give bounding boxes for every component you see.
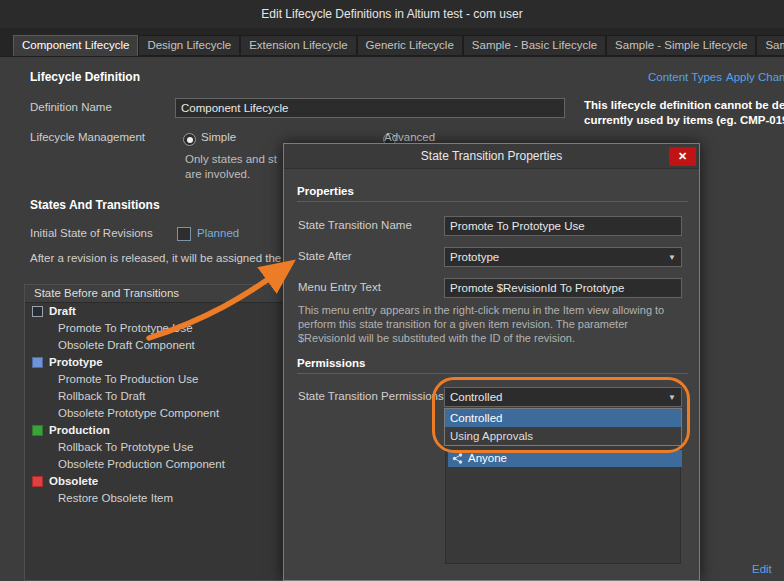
menu-entry-help: This menu entry appears in the right-cli…	[298, 303, 684, 345]
dialog-title: State Transition Properties	[284, 144, 699, 169]
state-after-label: State After	[298, 250, 352, 262]
production-color-swatch	[32, 425, 43, 436]
states-and-transitions-heading: States And Transitions	[30, 198, 160, 212]
planned-label: Planned	[197, 227, 239, 239]
transition-row-obsolete-prototype-component[interactable]: Obsolete Prototype Component	[25, 405, 283, 422]
tab-extension-lifecycle[interactable]: Extension Lifecycle	[240, 35, 356, 56]
window-title: Edit Lifecycle Definitions in Altium tes…	[0, 0, 784, 28]
properties-section-header: Properties	[297, 185, 688, 202]
partial-edit-link[interactable]: Edit	[752, 563, 772, 575]
tab-generic-lifecycle[interactable]: Generic Lifecycle	[357, 35, 463, 56]
state-name: Prototype	[49, 354, 103, 371]
state-row-production[interactable]: Production	[25, 422, 283, 439]
prototype-color-swatch	[32, 357, 43, 368]
tab-design-lifecycle[interactable]: Design Lifecycle	[138, 35, 240, 56]
chevron-down-icon: ▼	[668, 393, 676, 402]
state-row-obsolete[interactable]: Obsolete	[25, 473, 283, 490]
anyone-label: Anyone	[468, 450, 507, 467]
menu-entry-text-label: Menu Entry Text	[298, 281, 381, 293]
management-help-line1: Only states and st	[185, 153, 277, 165]
state-transition-properties-dialog: State Transition Properties ✕ Properties…	[283, 143, 700, 581]
state-transition-name-label: State Transition Name	[298, 219, 412, 231]
permissions-dropdown[interactable]: Controlled ▼	[444, 387, 682, 407]
chevron-down-icon: ▼	[668, 253, 676, 262]
transition-row-promote-to-prototype-use[interactable]: Promote To Prototype Use	[25, 320, 283, 337]
apply-changes-link[interactable]: Apply Chan	[726, 71, 784, 83]
state-transition-name-input[interactable]	[444, 216, 682, 236]
permission-entry-anyone[interactable]: Anyone	[448, 450, 682, 467]
state-name: Production	[49, 422, 110, 439]
popup-option-using-approvals[interactable]: Using Approvals	[445, 427, 681, 445]
menu-entry-text-input[interactable]	[444, 278, 682, 298]
simple-radio-label: Simple	[201, 131, 236, 143]
permissions-value: Controlled	[450, 391, 502, 403]
tab-sample-simple-lifecy[interactable]: Sample - Simple Lifecy	[756, 35, 784, 56]
draft-color-swatch	[32, 306, 43, 317]
state-row-prototype[interactable]: Prototype	[25, 354, 283, 371]
advanced-radio-label: Advanced	[384, 131, 435, 143]
transition-row-restore-obsolete-item[interactable]: Restore Obsolete Item	[25, 490, 283, 507]
state-transitions-list: State Before and TransitionsDraftPromote…	[24, 284, 283, 581]
initial-state-label: Initial State of Revisions	[30, 227, 153, 239]
definition-name-label: Definition Name	[30, 101, 112, 113]
tab-sample-simple-lifecycle[interactable]: Sample - Simple Lifecycle	[606, 35, 756, 56]
state-after-value: Prototype	[450, 251, 499, 263]
permissions-section-header: Permissions	[297, 357, 688, 374]
permissions-dropdown-popup: ControlledUsing Approvals	[444, 408, 682, 446]
released-note: After a revision is released, it will be…	[30, 252, 281, 264]
share-icon	[452, 453, 463, 464]
simple-radio[interactable]	[183, 133, 196, 146]
list-header: State Before and Transitions	[25, 285, 283, 303]
lifecycle-management-label: Lifecycle Management	[30, 131, 145, 143]
tab-sample-basic-lifecycle[interactable]: Sample - Basic Lifecycle	[463, 35, 606, 56]
lifecycle-definition-heading: Lifecycle Definition	[30, 70, 140, 84]
tab-component-lifecycle[interactable]: Component Lifecycle	[13, 35, 138, 56]
permissions-label: State Transition Permissions	[298, 390, 444, 402]
warning-line1: This lifecycle definition cannot be dele	[584, 99, 784, 111]
close-icon[interactable]: ✕	[669, 147, 696, 166]
tab-strip: Component LifecycleDesign LifecycleExten…	[0, 28, 784, 57]
warning-line2: currently used by items (eg. CMP-019-	[584, 114, 784, 126]
planned-checkbox[interactable]	[177, 227, 191, 241]
state-after-dropdown[interactable]: Prototype ▼	[444, 247, 682, 267]
transition-row-obsolete-draft-component[interactable]: Obsolete Draft Component	[25, 337, 283, 354]
obsolete-color-swatch	[32, 476, 43, 487]
transition-row-obsolete-production-component[interactable]: Obsolete Production Component	[25, 456, 283, 473]
state-row-draft[interactable]: Draft	[25, 303, 283, 320]
content-types-link[interactable]: Content Types	[648, 71, 722, 83]
management-help-line2: are involved.	[185, 168, 250, 180]
transition-row-rollback-to-draft[interactable]: Rollback To Draft	[25, 388, 283, 405]
definition-name-input[interactable]	[175, 98, 565, 118]
transition-row-rollback-to-prototype-use[interactable]: Rollback To Prototype Use	[25, 439, 283, 456]
state-name: Draft	[49, 303, 76, 320]
transition-row-promote-to-production-use[interactable]: Promote To Production Use	[25, 371, 283, 388]
state-name: Obsolete	[49, 473, 98, 490]
popup-option-controlled[interactable]: Controlled	[445, 409, 681, 427]
